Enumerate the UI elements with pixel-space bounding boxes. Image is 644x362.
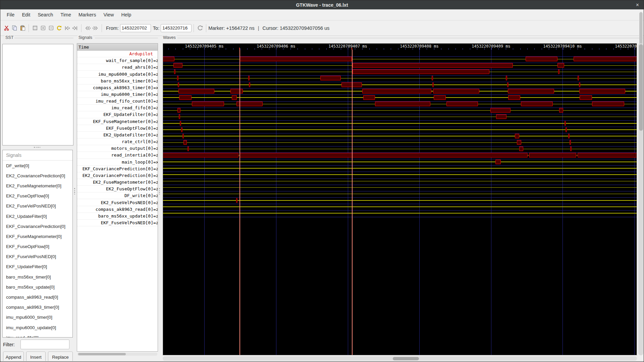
cut-icon[interactable] [3,24,10,32]
from-input[interactable] [120,24,151,32]
shift-left-icon[interactable] [84,24,91,32]
waves-vscroll-thumb[interactable] [639,44,643,131]
wave-x-block-EKF_UpdateFilter [177,108,180,113]
signal-row[interactable]: motors_output[0] =z [77,145,158,152]
wave-x-block-rate_ctrl [182,134,184,138]
signal-list-item[interactable]: baro_ms56xx_update[0] [3,282,72,292]
pane-splitter-waves[interactable] [159,188,160,194]
signal-row[interactable]: read_intertia[0] =z [77,152,158,159]
signal-row[interactable]: baro_ms56xx_timer[0] =z [77,78,158,84]
insert-button[interactable]: Insert [26,352,46,362]
pane-splitter-left[interactable] [74,188,75,194]
signal-row[interactable]: EK2_FuseOptFlow[0] =z [77,186,158,192]
append-button[interactable]: Append [3,352,24,362]
signal-row[interactable]: baro_ms56xx_update[0] =z [77,213,158,220]
signal-row[interactable]: DF_write[0] =z [77,192,158,199]
cursor-marker-line[interactable] [352,50,353,355]
jump-start-icon[interactable] [63,24,71,32]
signal-list-item[interactable]: EK2_CovariancePrediction[0] [3,171,72,181]
close-icon[interactable]: × [634,0,641,9]
signal-row[interactable]: compass_ak8963_timer[0] =x [77,84,158,91]
waves-hscrollbar[interactable] [163,356,637,361]
menu-edit[interactable]: Edit [18,9,34,20]
paste-icon[interactable] [19,24,26,32]
trace-z-line-EK2_FuseOptFlow [163,181,637,182]
signal-list-item[interactable]: EK2_FuseVelPosNED[0] [3,201,72,211]
signal-row[interactable]: rate_ctrl[0] =z [77,138,158,145]
signal-row[interactable]: EKF_UpdateFilter[0] =z [77,111,158,118]
signal-value: =z [153,166,158,171]
baseline-marker-line[interactable] [239,50,240,355]
wave-x-block-read_ahrs [173,63,182,68]
signal-list-item[interactable]: EKF_UpdateFilter[0] [3,262,72,272]
trace-separator [163,159,637,159]
menu-markers[interactable]: Markers [75,9,100,20]
signal-row[interactable]: EK2_CovariancePrediction[0] =z [77,172,158,179]
signal-list-item[interactable]: EK2_FuseMagnetometer[0] [3,181,72,191]
reload-icon[interactable] [196,24,204,32]
zoom-in-icon[interactable] [39,24,47,32]
wave-x-block-imu_read_fifo_count [179,95,192,100]
signal-row[interactable]: EK2_FuseMagnetometer[0] =z [77,179,158,186]
signal-list-item[interactable]: baro_ms56xx_timer[0] [3,272,72,282]
signal-value: =z [153,126,158,131]
trace-z-line-EK2_CovariancePrediction [163,168,637,169]
trace-separator [163,140,637,140]
menu-search[interactable]: Search [34,9,57,20]
time-header[interactable]: Time [77,44,158,51]
signals-hscroll-thumb[interactable] [78,353,126,355]
sst-splitter[interactable] [34,147,40,148]
shift-right-icon[interactable] [92,24,99,32]
wave-x-block-main_loop [163,153,238,158]
signal-row[interactable]: wait_for_sample[0] =z [77,57,158,64]
replace-button[interactable]: Replace [48,352,73,362]
signal-list-item[interactable]: compass_ak8963_timer[0] [3,302,72,312]
signal-row[interactable]: imu_mpu6000_update[0] =z [77,71,158,77]
title-bar[interactable]: GTKWave - trace_06.lxt × [0,0,644,9]
signal-list-item[interactable]: imu_mpu6000_timer[0] [3,312,72,322]
wave-x-block-EKF_FuseMagnetometer [496,114,506,119]
waves-hscroll-thumb[interactable] [393,357,419,360]
jump-end-icon[interactable] [71,24,79,32]
waves-vscrollbar[interactable] [638,43,643,355]
zoom-undo-icon[interactable] [55,24,63,32]
signal-row[interactable]: imu_mpu6000_timer[0] =z [77,91,158,98]
menu-view[interactable]: View [100,9,117,20]
signal-row[interactable]: main_loop[0] =x [77,159,158,166]
signal-row[interactable]: compass_ak8963_read[0] =z [77,206,158,213]
signal-name: compass_ak8963_timer[0] [93,85,153,90]
signal-row[interactable]: EK2_UpdateFilter[0] =z [77,132,158,138]
signal-row[interactable]: EKF_CovariancePrediction[0] =z [77,166,158,172]
to-input[interactable] [161,24,192,32]
signal-row[interactable]: EKF_FuseVelPosNED[0] =z [77,220,158,226]
signal-list-item[interactable]: DF_write[0] [3,161,72,171]
menu-file[interactable]: File [3,9,18,20]
signal-search-list: Signals DF_write[0]EK2_CovariancePredict… [2,150,73,338]
signal-row[interactable]: EKF_FuseOptFlow[0] =z [77,125,158,132]
signal-list-item[interactable]: EKF_FuseMagnetometer[0] [3,231,72,241]
signal-group-label[interactable]: Ardupilot [77,51,158,57]
signal-row[interactable]: EKF_FuseMagnetometer[0] =z [77,118,158,125]
signal-list-item[interactable]: EK2_UpdateFilter[0] [3,211,72,221]
signal-list-item[interactable]: EKF_FuseVelPosNED[0] [3,252,72,262]
wave-canvas[interactable] [163,50,637,355]
signal-row[interactable]: imu_read_fifo_count[0] =z [77,98,158,105]
zoom-out-icon[interactable] [47,24,55,32]
signal-row[interactable]: read_ahrs[0] =z [77,64,158,71]
signal-list-item[interactable]: imu_read_fifo[0] [3,333,72,338]
signal-list-item[interactable]: EK2_FuseOptFlow[0] [3,191,72,201]
zoom-fit-icon[interactable] [31,24,39,32]
signal-list-item[interactable]: imu_mpu6000_update[0] [3,322,72,333]
copy-icon[interactable] [11,24,18,32]
signal-list-item[interactable]: EKF_FuseOptFlow[0] [3,242,72,252]
wave-timeline[interactable]: 1453220709405 ms1453220709406 ms14532207… [163,44,637,50]
signals-hscrollbar[interactable] [77,353,157,356]
signal-list-item[interactable]: compass_ak8963_read[0] [3,292,72,302]
menu-help[interactable]: Help [118,9,135,20]
filter-input[interactable] [20,340,69,349]
signal-list-item[interactable]: EKF_CovariancePrediction[0] [3,221,72,231]
menu-time[interactable]: Time [57,9,75,20]
signal-row[interactable]: EK2_FuseVelPosNED[0] =z [77,199,158,206]
sst-tree[interactable] [2,44,73,145]
signal-row[interactable]: imu_read_fifo[0] =z [77,105,158,111]
